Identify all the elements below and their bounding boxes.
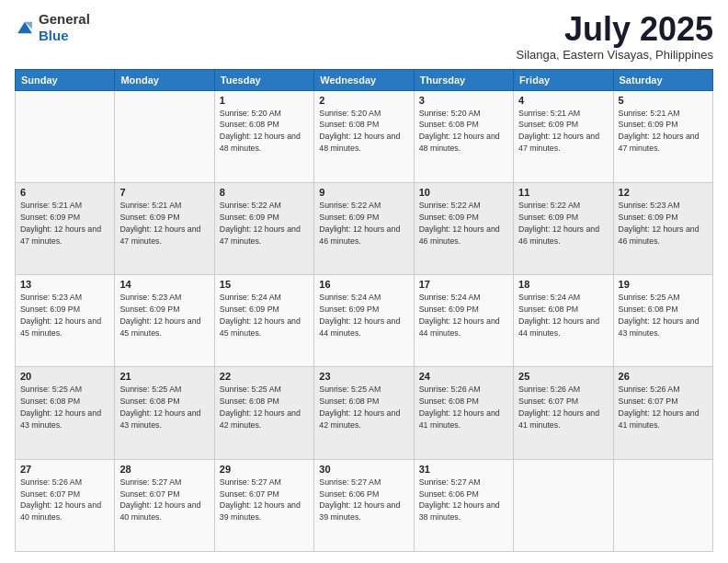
header: General Blue July 2025 Silanga, Eastern …: [15, 11, 713, 62]
day-detail: Sunrise: 5:25 AMSunset: 6:08 PMDaylight:…: [619, 293, 700, 338]
day-detail: Sunrise: 5:26 AMSunset: 6:07 PMDaylight:…: [20, 477, 101, 523]
day-detail: Sunrise: 5:24 AMSunset: 6:08 PMDaylight:…: [518, 293, 599, 338]
calendar-cell: 7 Sunrise: 5:21 AMSunset: 6:09 PMDayligh…: [115, 182, 214, 274]
day-number: 11: [518, 187, 608, 198]
calendar-cell: [16, 90, 115, 182]
calendar-cell: 28 Sunrise: 5:27 AMSunset: 6:07 PMDaylig…: [115, 459, 214, 551]
day-number: 13: [20, 279, 109, 290]
day-number: 24: [419, 371, 508, 382]
day-detail: Sunrise: 5:26 AMSunset: 6:07 PMDaylight:…: [518, 385, 599, 430]
day-detail: Sunrise: 5:20 AMSunset: 6:08 PMDaylight:…: [419, 109, 500, 154]
calendar-cell: [613, 459, 712, 551]
calendar-cell: 13 Sunrise: 5:23 AMSunset: 6:09 PMDaylig…: [16, 275, 115, 367]
day-number: 5: [619, 95, 708, 106]
day-number: 25: [518, 371, 608, 382]
logo: General Blue: [15, 11, 90, 44]
day-number: 27: [20, 464, 109, 475]
calendar-cell: [115, 90, 214, 182]
calendar-day-header: Saturday: [613, 69, 712, 90]
calendar-cell: [514, 459, 613, 551]
day-detail: Sunrise: 5:27 AMSunset: 6:06 PMDaylight:…: [319, 477, 400, 523]
day-number: 2: [319, 95, 408, 106]
calendar-cell: 25 Sunrise: 5:26 AMSunset: 6:07 PMDaylig…: [514, 367, 613, 459]
day-number: 3: [419, 95, 508, 106]
calendar-cell: 3 Sunrise: 5:20 AMSunset: 6:08 PMDayligh…: [414, 90, 513, 182]
calendar-cell: 6 Sunrise: 5:21 AMSunset: 6:09 PMDayligh…: [16, 182, 115, 274]
day-number: 30: [319, 464, 408, 475]
day-number: 6: [20, 187, 109, 198]
calendar-day-header: Monday: [115, 69, 214, 90]
day-detail: Sunrise: 5:26 AMSunset: 6:07 PMDaylight:…: [619, 385, 700, 430]
calendar-week-row: 27 Sunrise: 5:26 AMSunset: 6:07 PMDaylig…: [16, 459, 713, 551]
day-number: 15: [220, 279, 309, 290]
calendar-cell: 21 Sunrise: 5:25 AMSunset: 6:08 PMDaylig…: [115, 367, 214, 459]
day-number: 20: [20, 371, 109, 382]
calendar-week-row: 6 Sunrise: 5:21 AMSunset: 6:09 PMDayligh…: [16, 182, 713, 274]
calendar-day-header: Tuesday: [214, 69, 313, 90]
calendar-cell: 12 Sunrise: 5:23 AMSunset: 6:09 PMDaylig…: [613, 182, 712, 274]
day-number: 18: [518, 279, 608, 290]
day-detail: Sunrise: 5:25 AMSunset: 6:08 PMDaylight:…: [20, 385, 101, 430]
calendar-cell: 11 Sunrise: 5:22 AMSunset: 6:09 PMDaylig…: [514, 182, 613, 274]
day-detail: Sunrise: 5:22 AMSunset: 6:09 PMDaylight:…: [419, 201, 500, 246]
day-detail: Sunrise: 5:27 AMSunset: 6:07 PMDaylight:…: [119, 477, 200, 523]
day-detail: Sunrise: 5:26 AMSunset: 6:08 PMDaylight:…: [419, 385, 500, 430]
day-number: 14: [119, 279, 209, 290]
day-detail: Sunrise: 5:22 AMSunset: 6:09 PMDaylight:…: [220, 201, 301, 246]
day-detail: Sunrise: 5:21 AMSunset: 6:09 PMDaylight:…: [619, 109, 700, 154]
day-number: 17: [419, 279, 508, 290]
calendar-cell: 23 Sunrise: 5:25 AMSunset: 6:08 PMDaylig…: [314, 367, 414, 459]
day-number: 22: [220, 371, 309, 382]
calendar-cell: 27 Sunrise: 5:26 AMSunset: 6:07 PMDaylig…: [16, 459, 115, 551]
day-number: 28: [119, 464, 209, 475]
calendar-day-header: Sunday: [16, 69, 115, 90]
day-detail: Sunrise: 5:25 AMSunset: 6:08 PMDaylight:…: [119, 385, 200, 430]
day-detail: Sunrise: 5:24 AMSunset: 6:09 PMDaylight:…: [220, 293, 301, 338]
calendar-cell: 1 Sunrise: 5:20 AMSunset: 6:08 PMDayligh…: [214, 90, 313, 182]
day-detail: Sunrise: 5:22 AMSunset: 6:09 PMDaylight:…: [518, 201, 599, 246]
day-number: 23: [319, 371, 408, 382]
day-number: 19: [619, 279, 708, 290]
calendar-cell: 26 Sunrise: 5:26 AMSunset: 6:07 PMDaylig…: [613, 367, 712, 459]
day-number: 29: [220, 464, 309, 475]
day-detail: Sunrise: 5:27 AMSunset: 6:06 PMDaylight:…: [419, 477, 500, 523]
calendar-day-header: Wednesday: [314, 69, 414, 90]
day-number: 9: [319, 187, 408, 198]
day-detail: Sunrise: 5:25 AMSunset: 6:08 PMDaylight:…: [319, 385, 400, 430]
calendar-cell: 30 Sunrise: 5:27 AMSunset: 6:06 PMDaylig…: [314, 459, 414, 551]
calendar-table: SundayMondayTuesdayWednesdayThursdayFrid…: [15, 69, 713, 552]
day-detail: Sunrise: 5:23 AMSunset: 6:09 PMDaylight:…: [119, 293, 200, 338]
calendar-cell: 16 Sunrise: 5:24 AMSunset: 6:09 PMDaylig…: [314, 275, 414, 367]
calendar-cell: 17 Sunrise: 5:24 AMSunset: 6:09 PMDaylig…: [414, 275, 513, 367]
calendar-week-row: 20 Sunrise: 5:25 AMSunset: 6:08 PMDaylig…: [16, 367, 713, 459]
day-detail: Sunrise: 5:21 AMSunset: 6:09 PMDaylight:…: [20, 201, 101, 246]
day-detail: Sunrise: 5:23 AMSunset: 6:09 PMDaylight:…: [20, 293, 101, 338]
logo-icon: [15, 17, 35, 38]
day-number: 21: [119, 371, 209, 382]
logo-general: General Blue: [39, 11, 90, 44]
day-detail: Sunrise: 5:24 AMSunset: 6:09 PMDaylight:…: [419, 293, 500, 338]
day-detail: Sunrise: 5:23 AMSunset: 6:09 PMDaylight:…: [619, 201, 700, 246]
day-number: 16: [319, 279, 408, 290]
day-detail: Sunrise: 5:21 AMSunset: 6:09 PMDaylight:…: [518, 109, 599, 154]
title-block: July 2025 Silanga, Eastern Visayas, Phil…: [517, 11, 713, 62]
page: General Blue July 2025 Silanga, Eastern …: [0, 0, 728, 563]
calendar-cell: 8 Sunrise: 5:22 AMSunset: 6:09 PMDayligh…: [214, 182, 313, 274]
calendar-cell: 5 Sunrise: 5:21 AMSunset: 6:09 PMDayligh…: [613, 90, 712, 182]
day-number: 8: [220, 187, 309, 198]
day-detail: Sunrise: 5:27 AMSunset: 6:07 PMDaylight:…: [220, 477, 301, 523]
subtitle: Silanga, Eastern Visayas, Philippines: [517, 48, 713, 62]
calendar-cell: 10 Sunrise: 5:22 AMSunset: 6:09 PMDaylig…: [414, 182, 513, 274]
calendar-cell: 19 Sunrise: 5:25 AMSunset: 6:08 PMDaylig…: [613, 275, 712, 367]
day-detail: Sunrise: 5:20 AMSunset: 6:08 PMDaylight:…: [220, 109, 301, 154]
calendar-cell: 18 Sunrise: 5:24 AMSunset: 6:08 PMDaylig…: [514, 275, 613, 367]
calendar-week-row: 1 Sunrise: 5:20 AMSunset: 6:08 PMDayligh…: [16, 90, 713, 182]
day-detail: Sunrise: 5:20 AMSunset: 6:08 PMDaylight:…: [319, 109, 400, 154]
day-detail: Sunrise: 5:22 AMSunset: 6:09 PMDaylight:…: [319, 201, 400, 246]
day-number: 26: [619, 371, 708, 382]
calendar-cell: 2 Sunrise: 5:20 AMSunset: 6:08 PMDayligh…: [314, 90, 414, 182]
calendar-cell: 22 Sunrise: 5:25 AMSunset: 6:08 PMDaylig…: [214, 367, 313, 459]
day-detail: Sunrise: 5:25 AMSunset: 6:08 PMDaylight:…: [220, 385, 301, 430]
calendar-day-header: Thursday: [414, 69, 513, 90]
calendar-cell: 14 Sunrise: 5:23 AMSunset: 6:09 PMDaylig…: [115, 275, 214, 367]
